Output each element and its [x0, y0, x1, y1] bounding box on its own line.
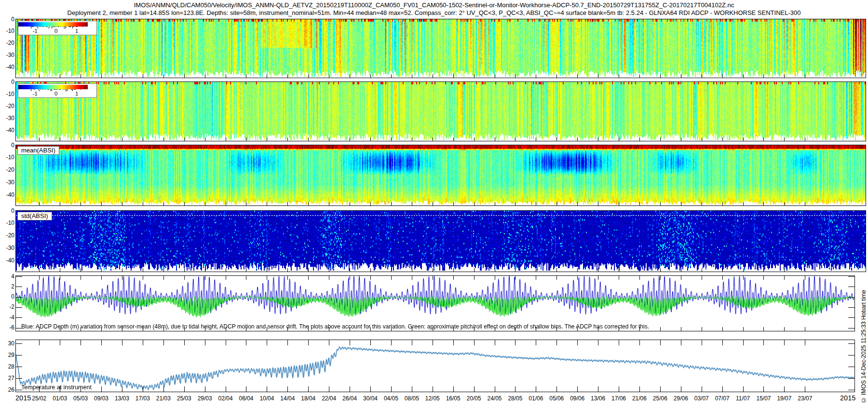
- x-date-label: 22/04: [318, 395, 340, 402]
- x-date-label: 18/04: [297, 395, 319, 402]
- panel-u-velocity: U (m/s) along 158°T -101: [15, 19, 866, 78]
- u-colorbar-legend: U (m/s) along 158°T -101: [18, 21, 97, 35]
- std-absi-label: std(ABSI): [17, 212, 52, 220]
- depth-variation-plot: [16, 276, 854, 331]
- copyright-watermark: © IMOS 14-Dec-2025 11:25:33 Hobart time: [860, 290, 867, 403]
- colorbar-tick-label: 0: [50, 91, 62, 96]
- panel-v-velocity: V (m/s) along 68°T -101: [15, 82, 866, 141]
- x-date-label: 28/05: [504, 395, 526, 402]
- x-date-label: 30/04: [359, 395, 381, 402]
- y-tick-label: -40: [0, 192, 14, 198]
- mean-absi-label: mean(ABSI): [17, 146, 59, 155]
- std-absi-heatmap: [16, 211, 866, 272]
- y-tick-label: -2: [0, 304, 14, 310]
- x-date-label: 13/03: [111, 395, 133, 402]
- y-tick-label: -20: [0, 103, 14, 109]
- y-tick-label: -40: [0, 127, 14, 134]
- x-date-label: 11/07: [732, 395, 754, 402]
- y-tick-label: 2: [0, 284, 14, 290]
- figure-title: IMOS/ANMN/QLD/CAM050/Velocity/IMOS_ANMN-…: [0, 1, 868, 9]
- y-tick-label: -30: [0, 52, 14, 58]
- x-date-label: 05/06: [545, 395, 568, 402]
- figure: IMOS/ANMN/QLD/CAM050/Velocity/IMOS_ANMN-…: [0, 0, 868, 410]
- y-tick-label: 27: [0, 375, 14, 382]
- y-tick-label: -10: [0, 28, 14, 34]
- x-date-label: 04/05: [380, 395, 402, 402]
- x-date-label: 14/04: [276, 395, 298, 402]
- y-tick-label: -6: [0, 325, 14, 331]
- x-date-label: 17/03: [132, 395, 154, 402]
- x-date-label: 03/07: [691, 395, 713, 402]
- x-date-label: 09/03: [90, 395, 112, 402]
- panel-temperature: Temperature at instrument: [15, 340, 855, 392]
- y-tick-label: -10: [0, 220, 14, 226]
- x-date-label: 25/03: [173, 395, 195, 402]
- y-tick-label: -40: [0, 64, 14, 70]
- x-date-label: 09/06: [566, 395, 588, 402]
- temperature-plot: [16, 340, 854, 392]
- y-tick-label: 0: [0, 294, 14, 300]
- x-date-label: 25/02: [28, 395, 50, 402]
- v-colorbar-legend: V (m/s) along 68°T -101: [18, 83, 97, 98]
- x-date-label: 08/05: [401, 395, 423, 402]
- x-date-label: 20/05: [463, 395, 485, 402]
- colorbar-tick-label: 0: [50, 28, 62, 34]
- x-date-label: 24/05: [484, 395, 506, 402]
- x-date-label: 25/06: [649, 395, 671, 402]
- x-date-label: 21/03: [152, 395, 175, 402]
- v-velocity-heatmap: [16, 82, 866, 141]
- panel-std-absi: std(ABSI): [15, 210, 866, 272]
- y-tick-label: -30: [0, 115, 14, 122]
- y-tick-label: 28: [0, 364, 14, 370]
- colorbar-tick-label: 1: [71, 91, 82, 96]
- colorbar-tick-label: 1: [71, 28, 82, 34]
- x-date-label: 05/03: [69, 395, 92, 402]
- depth-note-text: Blue: ADCP Depth (m) variation from sens…: [21, 323, 649, 330]
- x-date-label: 29/06: [670, 395, 692, 402]
- temperature-label: Temperature at instrument: [21, 384, 92, 391]
- y-tick-label: 4: [0, 273, 14, 280]
- v-colorbar-ticks: -101: [18, 91, 96, 97]
- y-tick-label: 30: [0, 341, 14, 347]
- y-tick-label: -10: [0, 91, 14, 97]
- panel-depth-variation: Blue: ADCP Depth (m) variation from sens…: [15, 275, 855, 331]
- year-label-right: 2015: [840, 394, 855, 402]
- y-tick-label: 0: [0, 208, 14, 214]
- x-date-label: 23/07: [794, 395, 816, 402]
- u-colorbar-ticks: -101: [18, 28, 96, 35]
- y-tick-label: -4: [0, 314, 14, 321]
- figure-subtitle: Deployment 2, member 1 lat=14.85S lon=12…: [0, 9, 868, 16]
- x-date-label: 12/05: [421, 395, 444, 402]
- y-tick-label: -20: [0, 232, 14, 239]
- y-tick-label: -20: [0, 40, 14, 46]
- x-date-label: 19/07: [773, 395, 795, 402]
- y-tick-label: -30: [0, 245, 14, 251]
- colorbar-tick-label: -1: [29, 91, 41, 96]
- y-tick-label: 26: [0, 387, 14, 393]
- x-date-label: 01/06: [525, 395, 547, 402]
- y-tick-label: 0: [0, 79, 14, 85]
- y-tick-label: -30: [0, 179, 14, 186]
- x-date-label: 15/07: [752, 395, 774, 402]
- x-date-label: 06/04: [235, 395, 257, 402]
- panel-mean-absi: mean(ABSI): [15, 145, 866, 206]
- x-date-label: 10/04: [256, 395, 278, 402]
- colorbar-tick-label: -1: [29, 28, 41, 34]
- x-date-label: 26/04: [339, 395, 361, 402]
- x-date-label: 07/07: [711, 395, 733, 402]
- y-tick-label: 0: [0, 16, 14, 23]
- x-date-label: 02/04: [215, 395, 237, 402]
- x-date-label: 16/05: [442, 395, 464, 402]
- y-tick-label: 29: [0, 352, 14, 358]
- u-velocity-heatmap: [16, 19, 866, 78]
- x-date-label: 21/06: [628, 395, 651, 402]
- x-date-label: 17/06: [608, 395, 630, 402]
- y-tick-label: -40: [0, 258, 14, 264]
- y-tick-label: -20: [0, 167, 14, 173]
- mean-absi-heatmap: [16, 145, 866, 205]
- x-date-label: 29/03: [194, 395, 216, 402]
- x-date-label: 01/03: [49, 395, 71, 402]
- y-tick-label: 0: [0, 142, 14, 149]
- y-tick-label: -10: [0, 154, 14, 161]
- x-date-label: 13/06: [587, 395, 609, 402]
